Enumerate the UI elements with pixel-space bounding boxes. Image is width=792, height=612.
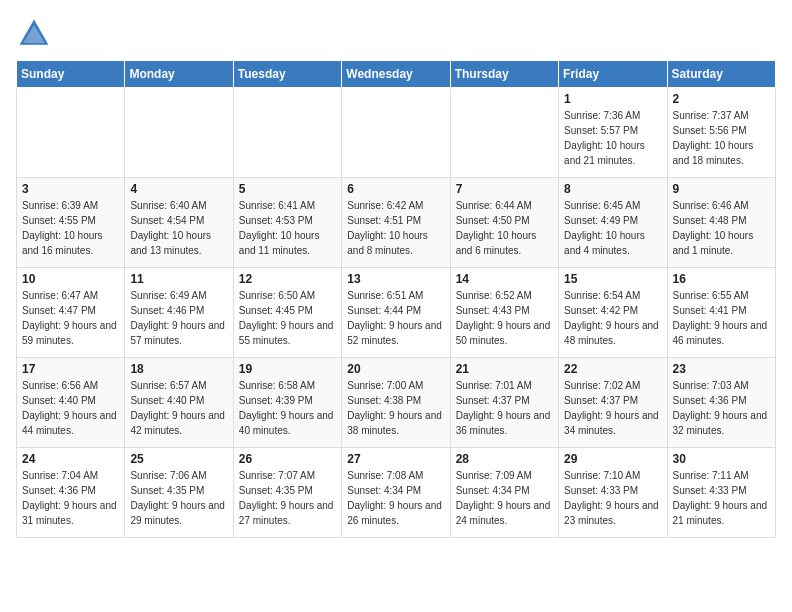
- day-info: Sunrise: 7:11 AM Sunset: 4:33 PM Dayligh…: [673, 468, 770, 528]
- day-info: Sunrise: 6:52 AM Sunset: 4:43 PM Dayligh…: [456, 288, 553, 348]
- day-cell: 25Sunrise: 7:06 AM Sunset: 4:35 PM Dayli…: [125, 448, 233, 538]
- day-cell: 28Sunrise: 7:09 AM Sunset: 4:34 PM Dayli…: [450, 448, 558, 538]
- day-number: 19: [239, 362, 336, 376]
- day-info: Sunrise: 7:06 AM Sunset: 4:35 PM Dayligh…: [130, 468, 227, 528]
- day-number: 1: [564, 92, 661, 106]
- day-number: 2: [673, 92, 770, 106]
- day-cell: 24Sunrise: 7:04 AM Sunset: 4:36 PM Dayli…: [17, 448, 125, 538]
- day-info: Sunrise: 6:49 AM Sunset: 4:46 PM Dayligh…: [130, 288, 227, 348]
- day-number: 10: [22, 272, 119, 286]
- calendar-table: SundayMondayTuesdayWednesdayThursdayFrid…: [16, 60, 776, 538]
- day-info: Sunrise: 6:55 AM Sunset: 4:41 PM Dayligh…: [673, 288, 770, 348]
- day-cell: 18Sunrise: 6:57 AM Sunset: 4:40 PM Dayli…: [125, 358, 233, 448]
- day-number: 13: [347, 272, 444, 286]
- day-number: 5: [239, 182, 336, 196]
- day-info: Sunrise: 6:58 AM Sunset: 4:39 PM Dayligh…: [239, 378, 336, 438]
- day-cell: 29Sunrise: 7:10 AM Sunset: 4:33 PM Dayli…: [559, 448, 667, 538]
- day-number: 23: [673, 362, 770, 376]
- day-info: Sunrise: 6:54 AM Sunset: 4:42 PM Dayligh…: [564, 288, 661, 348]
- logo-icon: [16, 16, 52, 52]
- day-number: 25: [130, 452, 227, 466]
- day-cell: [450, 88, 558, 178]
- day-cell: 23Sunrise: 7:03 AM Sunset: 4:36 PM Dayli…: [667, 358, 775, 448]
- day-info: Sunrise: 6:44 AM Sunset: 4:50 PM Dayligh…: [456, 198, 553, 258]
- day-header-monday: Monday: [125, 61, 233, 88]
- day-number: 6: [347, 182, 444, 196]
- day-info: Sunrise: 7:00 AM Sunset: 4:38 PM Dayligh…: [347, 378, 444, 438]
- day-cell: 16Sunrise: 6:55 AM Sunset: 4:41 PM Dayli…: [667, 268, 775, 358]
- header: [16, 16, 776, 52]
- day-header-saturday: Saturday: [667, 61, 775, 88]
- day-number: 3: [22, 182, 119, 196]
- day-number: 24: [22, 452, 119, 466]
- day-header-sunday: Sunday: [17, 61, 125, 88]
- day-info: Sunrise: 6:42 AM Sunset: 4:51 PM Dayligh…: [347, 198, 444, 258]
- week-row-2: 3Sunrise: 6:39 AM Sunset: 4:55 PM Daylig…: [17, 178, 776, 268]
- day-cell: 17Sunrise: 6:56 AM Sunset: 4:40 PM Dayli…: [17, 358, 125, 448]
- day-cell: 13Sunrise: 6:51 AM Sunset: 4:44 PM Dayli…: [342, 268, 450, 358]
- day-cell: 21Sunrise: 7:01 AM Sunset: 4:37 PM Dayli…: [450, 358, 558, 448]
- day-info: Sunrise: 7:04 AM Sunset: 4:36 PM Dayligh…: [22, 468, 119, 528]
- day-number: 22: [564, 362, 661, 376]
- day-cell: 27Sunrise: 7:08 AM Sunset: 4:34 PM Dayli…: [342, 448, 450, 538]
- day-cell: 8Sunrise: 6:45 AM Sunset: 4:49 PM Daylig…: [559, 178, 667, 268]
- day-info: Sunrise: 6:40 AM Sunset: 4:54 PM Dayligh…: [130, 198, 227, 258]
- day-info: Sunrise: 7:07 AM Sunset: 4:35 PM Dayligh…: [239, 468, 336, 528]
- day-info: Sunrise: 7:01 AM Sunset: 4:37 PM Dayligh…: [456, 378, 553, 438]
- day-number: 8: [564, 182, 661, 196]
- day-number: 12: [239, 272, 336, 286]
- day-info: Sunrise: 6:39 AM Sunset: 4:55 PM Dayligh…: [22, 198, 119, 258]
- day-cell: 10Sunrise: 6:47 AM Sunset: 4:47 PM Dayli…: [17, 268, 125, 358]
- day-header-tuesday: Tuesday: [233, 61, 341, 88]
- day-info: Sunrise: 7:36 AM Sunset: 5:57 PM Dayligh…: [564, 108, 661, 168]
- day-cell: 30Sunrise: 7:11 AM Sunset: 4:33 PM Dayli…: [667, 448, 775, 538]
- day-number: 29: [564, 452, 661, 466]
- day-number: 28: [456, 452, 553, 466]
- day-number: 26: [239, 452, 336, 466]
- day-info: Sunrise: 7:37 AM Sunset: 5:56 PM Dayligh…: [673, 108, 770, 168]
- day-cell: 1Sunrise: 7:36 AM Sunset: 5:57 PM Daylig…: [559, 88, 667, 178]
- day-cell: [342, 88, 450, 178]
- day-cell: [233, 88, 341, 178]
- day-cell: 22Sunrise: 7:02 AM Sunset: 4:37 PM Dayli…: [559, 358, 667, 448]
- day-cell: 2Sunrise: 7:37 AM Sunset: 5:56 PM Daylig…: [667, 88, 775, 178]
- day-cell: 19Sunrise: 6:58 AM Sunset: 4:39 PM Dayli…: [233, 358, 341, 448]
- day-cell: [17, 88, 125, 178]
- day-number: 16: [673, 272, 770, 286]
- week-row-4: 17Sunrise: 6:56 AM Sunset: 4:40 PM Dayli…: [17, 358, 776, 448]
- day-header-thursday: Thursday: [450, 61, 558, 88]
- day-number: 11: [130, 272, 227, 286]
- day-info: Sunrise: 6:46 AM Sunset: 4:48 PM Dayligh…: [673, 198, 770, 258]
- day-cell: 9Sunrise: 6:46 AM Sunset: 4:48 PM Daylig…: [667, 178, 775, 268]
- week-row-3: 10Sunrise: 6:47 AM Sunset: 4:47 PM Dayli…: [17, 268, 776, 358]
- day-number: 18: [130, 362, 227, 376]
- day-number: 21: [456, 362, 553, 376]
- day-number: 15: [564, 272, 661, 286]
- day-info: Sunrise: 7:03 AM Sunset: 4:36 PM Dayligh…: [673, 378, 770, 438]
- day-number: 17: [22, 362, 119, 376]
- day-info: Sunrise: 7:10 AM Sunset: 4:33 PM Dayligh…: [564, 468, 661, 528]
- day-cell: 26Sunrise: 7:07 AM Sunset: 4:35 PM Dayli…: [233, 448, 341, 538]
- day-number: 7: [456, 182, 553, 196]
- day-info: Sunrise: 6:41 AM Sunset: 4:53 PM Dayligh…: [239, 198, 336, 258]
- day-info: Sunrise: 6:56 AM Sunset: 4:40 PM Dayligh…: [22, 378, 119, 438]
- day-info: Sunrise: 7:02 AM Sunset: 4:37 PM Dayligh…: [564, 378, 661, 438]
- day-cell: 5Sunrise: 6:41 AM Sunset: 4:53 PM Daylig…: [233, 178, 341, 268]
- day-info: Sunrise: 6:45 AM Sunset: 4:49 PM Dayligh…: [564, 198, 661, 258]
- day-cell: 11Sunrise: 6:49 AM Sunset: 4:46 PM Dayli…: [125, 268, 233, 358]
- day-info: Sunrise: 6:47 AM Sunset: 4:47 PM Dayligh…: [22, 288, 119, 348]
- day-header-wednesday: Wednesday: [342, 61, 450, 88]
- day-cell: 4Sunrise: 6:40 AM Sunset: 4:54 PM Daylig…: [125, 178, 233, 268]
- day-cell: 20Sunrise: 7:00 AM Sunset: 4:38 PM Dayli…: [342, 358, 450, 448]
- week-row-5: 24Sunrise: 7:04 AM Sunset: 4:36 PM Dayli…: [17, 448, 776, 538]
- day-number: 4: [130, 182, 227, 196]
- week-row-1: 1Sunrise: 7:36 AM Sunset: 5:57 PM Daylig…: [17, 88, 776, 178]
- day-header-friday: Friday: [559, 61, 667, 88]
- day-cell: [125, 88, 233, 178]
- day-number: 20: [347, 362, 444, 376]
- day-number: 14: [456, 272, 553, 286]
- day-number: 30: [673, 452, 770, 466]
- logo: [16, 16, 56, 52]
- day-cell: 12Sunrise: 6:50 AM Sunset: 4:45 PM Dayli…: [233, 268, 341, 358]
- day-number: 27: [347, 452, 444, 466]
